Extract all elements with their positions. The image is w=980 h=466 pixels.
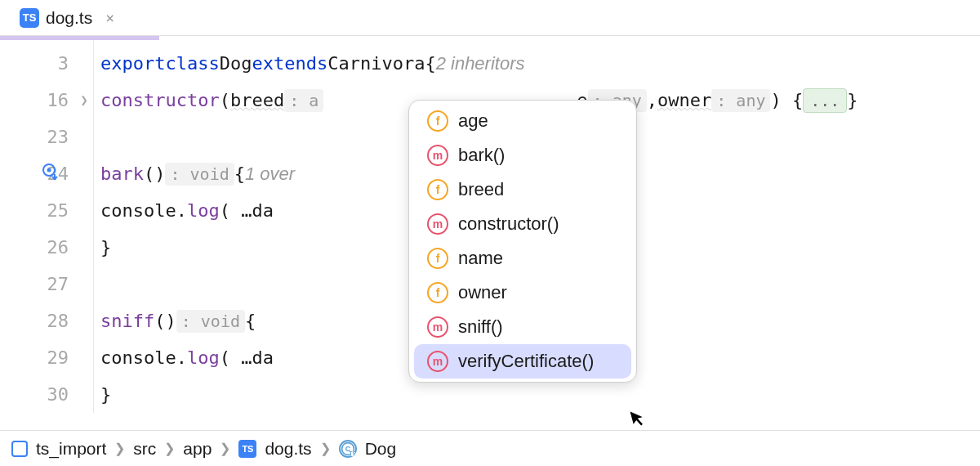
tab-bar: TS dog.ts × [0,0,980,36]
type-hint: : void [165,163,234,186]
breadcrumb-item[interactable]: ts_import [36,439,106,459]
chevron-right-icon: ❯ [114,441,125,456]
completion-label: sniff() [458,316,503,338]
line-number[interactable]: 3 [0,45,93,82]
completion-popup: fagembark()fbreedmconstructor()fnamefown… [408,100,637,383]
completion-item[interactable]: fname [414,241,631,276]
override-hint[interactable]: 1 over [245,164,295,185]
line-number[interactable]: 30 [0,376,93,413]
line-number[interactable]: 26 [0,229,93,266]
completion-item[interactable]: mbark() [414,138,631,173]
field-icon: f [427,282,448,303]
field-icon: f [427,110,448,132]
line-number[interactable]: 28 [0,302,93,339]
svg-point-1 [47,168,51,173]
completion-item[interactable]: fowner [414,276,631,310]
breadcrumb-item[interactable]: src [133,439,156,459]
line-number[interactable]: 16❯ [0,82,93,119]
method-icon: m [427,213,448,235]
completion-label: verifyCertificate() [458,351,594,372]
breadcrumb: ts_import ❯ src ❯ app ❯ TS dog.ts ❯ CTS … [0,430,980,466]
code-fold[interactable]: ... [803,88,847,113]
file-tab[interactable]: TS dog.ts × [10,2,124,34]
override-icon[interactable] [41,163,59,185]
gutter: 3 16❯ 23 24 25 26 27 28 29 30 [0,40,94,413]
field-icon: f [427,179,448,200]
type-hint: : a [284,89,323,112]
method-icon: m [427,351,448,372]
completion-label: owner [458,282,507,303]
completion-label: breed [458,179,504,200]
breadcrumb-item[interactable]: Dog [365,439,397,459]
code-line[interactable]: export class Dog extends Carnivora { 2 i… [94,45,980,82]
breadcrumb-item[interactable]: app [183,439,212,459]
completion-item[interactable]: mconstructor() [414,207,631,241]
line-number[interactable]: 23 [0,119,93,155]
method-icon: m [427,316,448,338]
module-icon [11,441,28,457]
completion-item[interactable]: msniff() [414,310,631,344]
chevron-right-icon: ❯ [220,441,230,456]
breadcrumb-item[interactable]: dog.ts [265,439,311,459]
completion-item[interactable]: mverifyCertificate() [414,344,631,379]
line-number[interactable]: 25 [0,192,93,229]
line-number[interactable]: 29 [0,339,93,376]
typescript-icon: TS [238,440,256,458]
close-icon[interactable]: × [105,9,114,26]
line-number[interactable]: 27 [0,266,93,302]
field-icon: f [427,248,448,269]
tab-filename: dog.ts [46,8,92,28]
completion-label: bark() [458,145,505,166]
class-icon: CTS [339,440,357,458]
chevron-right-icon: ❯ [164,441,175,456]
svg-text:TS: TS [349,450,354,456]
line-number[interactable]: 24 [0,155,93,192]
completion-label: constructor() [458,213,559,235]
method-icon: m [427,145,448,166]
completion-item[interactable]: fbreed [414,173,631,207]
fold-icon[interactable]: ❯ [80,92,88,108]
completion-label: age [458,110,488,132]
typescript-icon: TS [20,8,39,28]
inheritors-hint[interactable]: 2 inheritors [436,53,525,74]
completion-item[interactable]: fage [414,104,631,138]
chevron-right-icon: ❯ [320,441,331,456]
type-hint: : void [176,310,245,333]
completion-label: name [458,248,503,269]
type-hint: : any [711,89,770,112]
